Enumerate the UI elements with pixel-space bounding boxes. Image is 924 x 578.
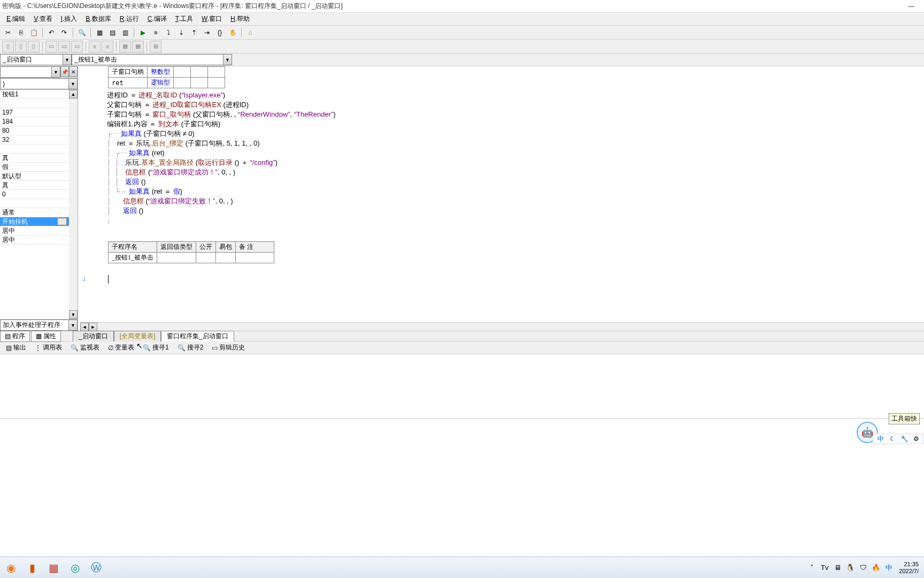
tray-qq-icon[interactable]: 🐧 (845, 563, 855, 573)
subproc-name[interactable]: _按钮1_被单击 (109, 253, 157, 263)
dropdown-icon[interactable]: ▼ (51, 67, 60, 77)
close-panel-button[interactable]: ✕ (69, 66, 78, 77)
code-hscrollbar[interactable]: ◄ ► (80, 322, 924, 331)
tray-up-icon[interactable]: ˄ (807, 563, 817, 573)
ellipsis-button[interactable]: … (57, 218, 67, 225)
taskbar-app5[interactable]: Ⓦ (86, 557, 107, 579)
menu-edit[interactable]: E.编辑 (2, 13, 29, 25)
prop-row[interactable] (0, 144, 69, 154)
stepinto-button[interactable]: ⇣ (175, 27, 187, 39)
prop-row[interactable] (0, 99, 69, 108)
menu-tools[interactable]: T.工具 (171, 13, 197, 25)
doc-tab-progset[interactable]: 窗口程序集_启动窗口 (161, 331, 234, 341)
wrench-icon[interactable]: 🔧 (900, 435, 908, 443)
tab-property[interactable]: ▦ 属性 (31, 331, 61, 342)
undo-button[interactable]: ↶ (45, 27, 57, 39)
run-button[interactable]: ▶ (137, 27, 149, 39)
taskbar-clock[interactable]: 21:35 2022/7/ (897, 561, 921, 575)
copy-button[interactable]: ⎘ (15, 27, 27, 39)
tray-flame-icon[interactable]: 🔥 (871, 563, 881, 573)
scroll-down-icon[interactable]: ▼ (69, 310, 78, 319)
menu-insert[interactable]: I.插入 (57, 13, 82, 25)
cut-button[interactable]: ✂ (2, 27, 14, 39)
taskbar-app3[interactable]: ▦ (43, 557, 64, 579)
home-button[interactable]: ⌂ (244, 27, 256, 39)
taskbar-app1[interactable]: ◉ (0, 557, 21, 579)
property-list[interactable]: 按钮1 197 184 80 32 真 假 默认型 真 0 通常 开始挂机 … (0, 90, 69, 319)
layout1-button[interactable]: ▦ (94, 27, 105, 39)
menu-window[interactable]: W.窗口 (197, 13, 226, 25)
layout3-button[interactable]: ▥ (119, 27, 131, 39)
object-combo[interactable]: _启动窗口 ▼ (0, 54, 72, 65)
infotab-search2[interactable]: 🔍搜寻2 (174, 341, 207, 354)
prop-row[interactable]: 居中 (0, 235, 69, 245)
prop-row[interactable]: 0 (0, 190, 69, 199)
prop-row[interactable]: 默认型 (0, 172, 69, 181)
var-type[interactable]: 整数型 (148, 67, 174, 78)
doc-tab-globals[interactable]: [全局变量表] (114, 331, 161, 341)
prop-row[interactable]: 32 (0, 135, 69, 144)
method-combo[interactable]: _按钮1_被单击 ▼ (72, 54, 232, 65)
tray-shield-icon[interactable]: 🛡 (858, 563, 868, 573)
prop-row[interactable]: 184 (0, 117, 69, 126)
prop-scrollbar[interactable]: ▲ ▼ (69, 90, 78, 319)
gear-icon[interactable]: ⚙ (912, 435, 920, 443)
infotab-search1[interactable]: 🔍搜寻1 (139, 341, 173, 354)
moon-icon[interactable]: ☾ (888, 435, 897, 443)
menu-help[interactable]: H.帮助 (226, 13, 254, 25)
ime-zh-icon[interactable]: 中 (876, 435, 885, 443)
tab-program[interactable]: ▤ 程序 (0, 331, 30, 342)
prop-row[interactable]: 真 (0, 181, 69, 190)
fold-arrow-icon[interactable]: ↓ (82, 274, 86, 283)
infotab-variables[interactable]: ∅变量表 (104, 341, 138, 354)
tray-monitor-icon[interactable]: 🖥 (833, 563, 842, 573)
dropdown-icon[interactable]: ▼ (223, 55, 232, 65)
prop-row[interactable]: 通常 (0, 208, 69, 217)
infotab-callstack[interactable]: ⋮调用表 (31, 341, 66, 354)
prop-row[interactable]: 80 (0, 126, 69, 135)
stop-button[interactable]: ■ (150, 27, 161, 39)
doc-tab-startwin[interactable]: _启动窗口 (73, 331, 114, 341)
taskbar-app2[interactable]: ▮ (21, 557, 43, 579)
infotab-clipboard[interactable]: ▭剪辑历史 (208, 341, 249, 354)
dropdown-icon[interactable]: ▼ (68, 320, 77, 330)
scroll-right-icon[interactable]: ► (89, 323, 97, 331)
dropdown-icon[interactable]: ▼ (63, 55, 71, 65)
menu-compile[interactable]: C.编译 (143, 13, 171, 25)
tray-ime-icon[interactable]: 中 (884, 563, 894, 573)
paste-button[interactable]: 📋 (28, 27, 40, 39)
dropdown-icon[interactable]: ▼ (68, 79, 77, 89)
taskbar-app4[interactable]: ◎ (64, 557, 86, 579)
infotab-watch[interactable]: 🔍监视表 (67, 341, 103, 354)
infotab-output[interactable]: ▤输出 (2, 341, 30, 354)
prop-filter-combo[interactable]: ▼ (0, 66, 60, 78)
code-block[interactable]: 进程ID ＝ 进程_名取ID (“lsplayer.exe”) 父窗口句柄 ＝ … (106, 88, 924, 225)
prop-row[interactable]: 真 (0, 154, 69, 163)
prop-row-selected[interactable]: 开始挂机 … (0, 217, 69, 226)
layout2-button[interactable]: ▤ (106, 27, 118, 39)
redo-button[interactable]: ↷ (58, 27, 70, 39)
find-button[interactable]: 🔍 (76, 27, 88, 39)
minimize-button[interactable]: — (900, 1, 922, 12)
stepout-button[interactable]: ⇡ (188, 27, 200, 39)
prop-row[interactable]: 按钮1 (0, 90, 69, 99)
stepover-button[interactable]: ⤵ (163, 27, 174, 39)
prop-row[interactable]: 假 (0, 163, 69, 172)
scroll-left-icon[interactable]: ◄ (80, 323, 89, 331)
menu-view[interactable]: V.查看 (29, 13, 56, 25)
var-type[interactable]: 逻辑型 (148, 78, 174, 88)
menu-run[interactable]: R.运行 (116, 13, 143, 25)
runto-button[interactable]: ⇥ (201, 27, 213, 39)
prop-row[interactable] (0, 199, 69, 208)
hand-button[interactable]: ✋ (227, 27, 238, 39)
prop-row[interactable]: 居中 (0, 226, 69, 235)
code-editor[interactable]: 子窗口句柄 整数型 ret 逻辑型 进程ID ＝ 进程_名取ID (“lspla… (78, 66, 924, 331)
event-combo[interactable]: 加入事件处理子程序 ▼ (0, 320, 78, 331)
menu-database[interactable]: B.数据库 (81, 13, 115, 25)
prop-row[interactable]: 197 (0, 108, 69, 117)
prop-small-combo[interactable]: ) ▼ (0, 78, 78, 89)
breakpoint-button[interactable]: {} (214, 27, 226, 39)
tray-tv-icon[interactable]: Tv (820, 563, 829, 573)
scroll-up-icon[interactable]: ▲ (69, 90, 78, 98)
pin-button[interactable]: 📌 (60, 66, 69, 77)
